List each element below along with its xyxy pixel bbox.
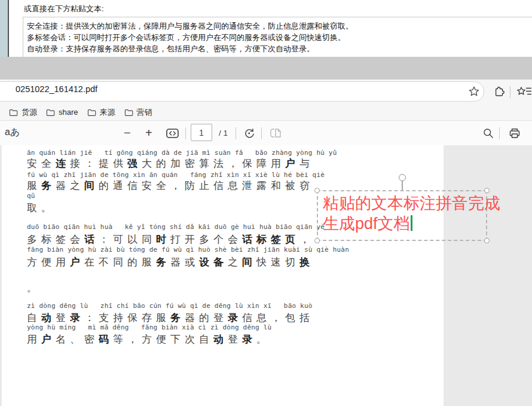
bookmark-item-yingxiao[interactable]: 营销 [124,107,152,118]
divider [185,127,186,139]
page-number-input[interactable] [191,124,212,141]
zoom-out-button[interactable]: − [124,127,131,139]
hanzi-line: 取。 [27,201,56,215]
text-caret [411,215,412,231]
bookmark-label: 营销 [137,107,152,118]
textarea-line: 自动登录：支持保存服务器的登录信息，包括用户名、密码等，方便下次自动登录。 [27,43,532,54]
page-total: / 1 [219,129,228,138]
paste-textarea[interactable]: 安全连接：提供强大的加密算法，保障用户与服务器之间的通信安全，防止信息泄露和被窃… [23,17,532,60]
fit-width-button[interactable] [166,129,179,138]
background-page-strip [0,0,8,57]
annotation-text[interactable]: 粘贴的文本标注拼音完成 生成pdf文档 [323,193,500,234]
textarea-line: 安全连接：提供强大的加密算法，保障用户与服务器之间的通信安全，防止信息泄露和被窃… [27,20,532,32]
pinyin-line: qǔ [27,192,35,200]
bookmark-label: 来源 [100,107,115,118]
annotation-text-line1: 粘贴的文本标注拼音完成 [323,193,500,213]
paste-label: 或直接在下方粘贴文本: [24,4,104,14]
annotation-text-line2: 生成pdf文档 [323,213,500,234]
hanzi-line: 多标签会话：可以同时打开多个会话标签页， [27,233,314,246]
divider [510,86,510,98]
hanzi-line: 安全连接：提供强大的加密算法，保障用户与 [27,157,314,170]
resize-handle-sw[interactable] [314,238,320,243]
pinyin-line: fú wù qì zhī jiān de tōng xìn ān quán fá… [27,171,325,179]
favorites-hub-icon[interactable] [516,86,532,97]
textarea-line: 多标签会话：可以同时打开多个会话标签页，方便用户在不同的服务器或设备之间快速切换… [27,32,532,43]
divider [499,127,500,139]
pinyin-line: duō biāo qiān huì huà kě yǐ tóng shí dǎ … [27,223,325,231]
search-button[interactable] [482,127,494,139]
divider [236,127,236,139]
pinyin-line: fāng biàn yòng hù zài bù tóng de fú wù q… [27,246,349,254]
pinyin-line: ān quán lián jiē tí gōng qiáng dà de jiā… [27,149,337,157]
page-view-button[interactable] [270,128,282,139]
bookmark-label: 货源 [22,107,37,118]
read-aloud-button[interactable]: aあ [5,126,20,139]
pdf-toolbar: aあ − + / 1 [0,121,532,146]
browser-titlebar [0,57,532,80]
extensions-icon[interactable] [494,86,506,97]
folder-icon [87,108,96,117]
print-button[interactable] [509,127,521,139]
resize-handle-ne[interactable] [484,188,490,193]
browser-nav-row: 0251022_161412.pdf [0,80,532,104]
divider [261,127,262,139]
folder-icon [9,108,18,117]
rotate-handle[interactable] [399,174,406,181]
resize-handle-se[interactable] [484,238,490,243]
rotate-handle-stem [402,181,403,190]
annotation-box[interactable]: 粘贴的文本标注拼音完成 生成pdf文档 [317,190,487,241]
bookmark-item-laiyuan[interactable]: 来源 [87,107,115,118]
address-url: 0251022_161412.pdf [16,84,97,94]
zoom-in-button[interactable]: + [145,127,152,139]
hanzi-line: 方便用户在不同的服务器或设备之间快速切换 [27,255,314,269]
window-border [8,0,9,57]
hanzi-line: 。 [27,281,41,295]
hanzi-line: 自动登录：支持保存服务器的登录信息，包括 [27,311,314,325]
paste-panel: 或直接在下方粘贴文本: 安全连接：提供强大的加密算法，保障用户与服务器之间的通信… [0,0,532,57]
pinyin-line: zì dòng dēng lù zhī chí bǎo cún fú wù qì… [27,302,313,310]
rotate-button[interactable] [243,127,255,139]
resize-handle-nw[interactable] [314,188,320,193]
bookmark-star-icon[interactable] [468,86,480,97]
hanzi-line: 用户名、密码等，方便下次自动登录。 [27,332,271,346]
pinyin-line: yòng hù míng mì mǎ děng fāng biàn xià cì… [27,323,271,331]
screen: 或直接在下方粘贴文本: 安全连接：提供强大的加密算法，保障用户与服务器之间的通信… [0,0,532,406]
bookmark-label: share [59,108,78,117]
bookmarks-bar: 货源 share 来源 营销 [0,104,532,121]
pdf-content-area: ān quán lián jiē tí gōng qiáng dà de jiā… [0,145,532,406]
bookmark-item-share[interactable]: share [46,108,78,117]
hanzi-line: 服务器之间的通信安全，防止信息泄露和被窃 [27,179,314,193]
folder-icon [124,108,133,117]
folder-icon [46,108,55,117]
bookmark-item-huoyuan[interactable]: 货源 [9,107,37,118]
